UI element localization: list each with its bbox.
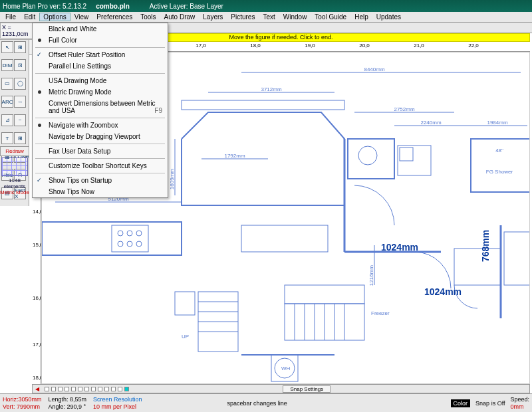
redraw-button[interactable]: Redraw (0, 146, 29, 156)
menu-window[interactable]: Window (279, 13, 311, 21)
svg-text:48": 48" (495, 148, 503, 154)
svg-text:1792mm: 1792mm (224, 153, 245, 159)
menubar: FileEditOptionsViewPreferencesToolsAuto … (0, 12, 532, 23)
speed-value: 0mm (510, 403, 529, 411)
svg-rect-58 (175, 292, 195, 315)
menuitem-navigate-with-zoombox[interactable]: Navigate with Zoombox (33, 120, 168, 131)
tool-button[interactable]: DIM (1, 59, 13, 71)
svg-point-25 (127, 241, 132, 247)
svg-point-24 (118, 241, 123, 247)
status-hint: spacebar changes line (227, 400, 287, 407)
menuitem-black-and-white[interactable]: Black and White (33, 23, 168, 35)
menu-edit[interactable]: Edit (20, 13, 39, 21)
menu-view[interactable]: View (70, 13, 93, 21)
file-name: combo.pln (96, 3, 130, 10)
mode-indicator: Metric Mode (0, 189, 29, 195)
menuitem-parallel-line-settings[interactable]: Parallel Line Settings (33, 60, 168, 72)
svg-text:2240mm: 2240mm (420, 120, 441, 126)
svg-text:WH: WH (281, 365, 291, 371)
coord-x: X = 1231,0cm (0, 23, 33, 39)
menu-preferences[interactable]: Preferences (92, 13, 136, 21)
menuitem-customize-toolbar-shortcut-keys[interactable]: Customize Toolbar Shortcut Keys (33, 160, 168, 171)
menu-help[interactable]: Help (350, 13, 372, 21)
tool-button[interactable]: ▭ (1, 78, 13, 90)
svg-text:2752mm: 2752mm (394, 106, 414, 112)
menu-updates[interactable]: Updates (372, 13, 405, 21)
tool-button[interactable]: ↖ (1, 41, 13, 53)
menu-layers[interactable]: Layers (199, 13, 227, 21)
menu-pictures[interactable]: Pictures (227, 13, 259, 21)
menuitem-show-tips-now[interactable]: Show Tips Now (33, 186, 168, 197)
tool-button[interactable]: ⊡ (14, 59, 26, 71)
svg-rect-28 (348, 139, 394, 179)
tool-button[interactable]: ARC (1, 96, 13, 108)
svg-text:768mm: 768mm (480, 230, 491, 262)
svg-rect-39 (504, 232, 530, 285)
tool-button[interactable]: ⊿ (1, 114, 13, 126)
menuitem-offset-ruler-start-position[interactable]: ✓Offset Ruler Start Position (33, 49, 168, 60)
svg-rect-18 (182, 100, 344, 110)
svg-text:1024mm: 1024mm (381, 242, 418, 253)
options-menu-dropdown: Black and WhiteFull Color✓Offset Ruler S… (32, 23, 168, 198)
navigator-thumb[interactable] (1, 157, 28, 176)
color-button[interactable]: Color (451, 399, 471, 407)
speed-label: Speed: (510, 396, 529, 403)
side-panel: Redraw 1148 elements Metric Mode (0, 146, 29, 195)
svg-point-26 (136, 241, 142, 247)
svg-text:1984mm: 1984mm (487, 120, 507, 126)
svg-text:UP: UP (182, 334, 189, 340)
status-horiz: Horiz:3050mm (3, 396, 42, 403)
svg-text:1024mm: 1024mm (424, 286, 462, 297)
snap-dots[interactable] (42, 387, 132, 391)
svg-text:1216mm: 1216mm (368, 265, 374, 286)
svg-rect-34 (471, 139, 530, 192)
menu-options[interactable]: Options (39, 13, 70, 21)
tool-button[interactable]: ~ (14, 114, 26, 126)
tool-button[interactable]: ⊞ (14, 41, 26, 53)
snap-status: Snap is Off (475, 400, 505, 407)
svg-point-22 (127, 231, 132, 236)
status-bar: Horiz:3050mm Vert: 7990mm Length: 8,55m … (0, 393, 532, 412)
svg-rect-31 (400, 148, 413, 161)
element-count: 1148 elements (0, 177, 29, 189)
bottom-tool-row: ◀ Snap Settings (32, 384, 530, 393)
svg-text:1609mm: 1609mm (169, 169, 175, 189)
svg-rect-27 (241, 225, 328, 252)
status-length: Length: 8,55m (49, 396, 87, 403)
svg-text:FG Shower: FG Shower (486, 169, 513, 175)
scroll-left-icon[interactable]: ◀ (33, 386, 42, 392)
menu-file[interactable]: File (1, 13, 20, 21)
tool-button[interactable]: ∽ (14, 96, 26, 108)
svg-rect-43 (285, 285, 364, 304)
menuitem-show-tips-on-startup[interactable]: ✓Show Tips on Startup (33, 175, 168, 186)
status-res-label: Screen Resolution (93, 396, 142, 403)
titlebar: Home Plan Pro ver: 5.2.13.2 combo.pln Ac… (0, 0, 532, 12)
svg-point-29 (358, 146, 377, 165)
svg-point-23 (136, 231, 142, 236)
menuitem-full-color[interactable]: Full Color (33, 35, 168, 46)
menu-auto-draw[interactable]: Auto Draw (160, 13, 200, 21)
snap-settings-button[interactable]: Snap Settings (283, 385, 331, 393)
menuitem-usa-drawing-mode[interactable]: USA Drawing Mode (33, 75, 168, 86)
svg-point-21 (118, 231, 123, 236)
menu-tool-guide[interactable]: Tool Guide (311, 13, 350, 21)
svg-text:8440mm: 8440mm (364, 66, 384, 72)
tool-button[interactable]: ◯ (14, 78, 26, 90)
menuitem-convert-dimensions-between-metric-and-usa[interactable]: Convert Dimensions between Metric and US… (33, 98, 168, 116)
status-angle: Angle: 290,9 ° (49, 403, 87, 411)
status-res-value: 10 mm per Pixel (93, 403, 142, 411)
svg-rect-37 (454, 249, 501, 285)
layer-label: Active Layer: Base Layer (150, 3, 223, 10)
svg-rect-20 (112, 225, 148, 252)
svg-text:3712mm: 3712mm (261, 86, 281, 92)
menuitem-metric-drawing-mode[interactable]: Metric Drawing Mode (33, 86, 168, 98)
menuitem-navigate-by-dragging-viewport[interactable]: Navigate by Dragging Viewport (33, 131, 168, 142)
status-vert: Vert: 7990mm (3, 403, 42, 411)
svg-text:Freezer: Freezer (371, 310, 390, 316)
tool-button[interactable]: T (1, 132, 13, 144)
app-title: Home Plan Pro ver: 5.2.13.2 (3, 3, 86, 10)
menu-text[interactable]: Text (259, 13, 279, 21)
menu-tools[interactable]: Tools (136, 13, 160, 21)
menuitem-fax-user-data-setup[interactable]: Fax User Data Setup (33, 146, 168, 157)
tool-button[interactable]: ⊞ (14, 132, 26, 144)
